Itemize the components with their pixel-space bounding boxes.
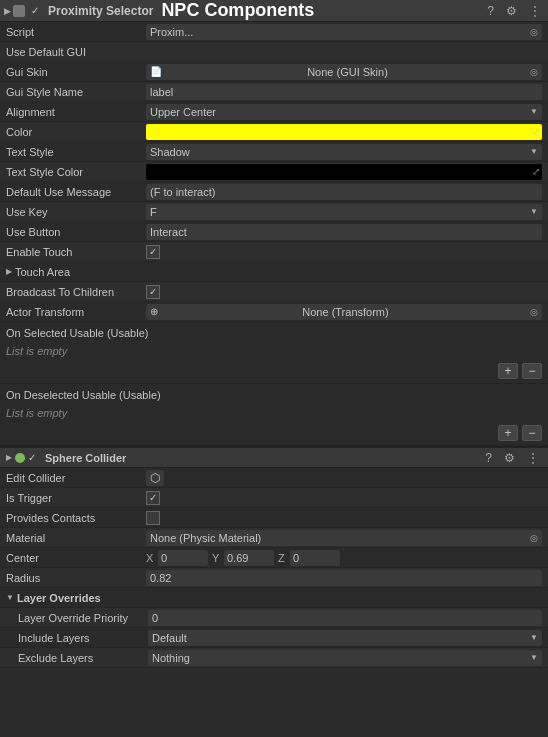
gui-skin-row: Gui Skin 📄 None (GUI Skin) ◎ (0, 62, 548, 82)
checkbox-proximity[interactable]: ✓ (31, 5, 39, 16)
on-deselected-remove-button[interactable]: − (522, 425, 542, 441)
use-key-value: F (150, 206, 157, 218)
sphere-help-icon[interactable]: ? (482, 450, 495, 466)
is-trigger-row: Is Trigger (0, 488, 548, 508)
use-button-label: Use Button (6, 226, 146, 238)
sphere-collider-header: ▶ ✓ Sphere Collider ? ⚙ ⋮ (0, 446, 548, 468)
layer-overrides-label: Layer Overrides (17, 592, 101, 604)
radius-label: Radius (6, 572, 146, 584)
include-layers-label: Include Layers (18, 632, 148, 644)
script-row: Script Proxim... ◎ (0, 22, 548, 42)
gui-style-name-row: Gui Style Name (0, 82, 548, 102)
use-key-dropdown[interactable]: F ▼ (146, 204, 542, 220)
text-style-row: Text Style Shadow ▼ (0, 142, 548, 162)
edit-collider-label: Edit Collider (6, 472, 146, 484)
material-field[interactable]: None (Physic Material) ◎ (146, 530, 542, 546)
layer-overrides-triangle[interactable]: ▼ (6, 593, 14, 602)
sphere-settings-icon[interactable]: ⚙ (501, 450, 518, 466)
sphere-collapse-icon[interactable]: ▶ (6, 453, 12, 462)
center-z-key: Z (278, 552, 288, 564)
enable-touch-label: Enable Touch (6, 246, 146, 258)
center-x-input[interactable] (158, 550, 208, 566)
alignment-arrow: ▼ (530, 107, 538, 116)
layer-override-priority-input[interactable] (148, 610, 542, 626)
on-selected-add-button[interactable]: + (498, 363, 518, 379)
gui-skin-label: Gui Skin (6, 66, 146, 78)
on-deselected-add-button[interactable]: + (498, 425, 518, 441)
use-button-input[interactable] (146, 224, 542, 240)
script-field[interactable]: Proxim... ◎ (146, 24, 542, 40)
gui-skin-picker-icon[interactable]: ◎ (530, 67, 538, 77)
on-selected-header: On Selected Usable (Usable) (6, 324, 542, 341)
edit-collider-icon: ⬡ (150, 471, 160, 485)
text-style-dropdown[interactable]: Shadow ▼ (146, 144, 542, 160)
collapse-icon[interactable]: ▶ (4, 6, 11, 16)
is-trigger-checkbox[interactable] (146, 491, 160, 505)
center-row: Center X Y Z (0, 548, 548, 568)
on-deselected-buttons: + − (6, 423, 542, 443)
exclude-layers-arrow: ▼ (530, 653, 538, 662)
sphere-dot (15, 453, 25, 463)
color-pick-icon[interactable]: ⤢ (532, 126, 540, 137)
color-picker-yellow[interactable]: ⤢ (146, 124, 542, 140)
sphere-menu-icon[interactable]: ⋮ (524, 450, 542, 466)
on-deselected-section: On Deselected Usable (Usable) List is em… (0, 384, 548, 446)
on-deselected-empty: List is empty (6, 403, 542, 423)
center-x-item: X (146, 550, 208, 566)
layer-override-priority-row: Layer Override Priority (0, 608, 548, 628)
on-deselected-header: On Deselected Usable (Usable) (6, 386, 542, 403)
exclude-layers-dropdown[interactable]: Nothing ▼ (148, 650, 542, 666)
gui-skin-field[interactable]: 📄 None (GUI Skin) ◎ (146, 64, 542, 80)
material-value: None (Physic Material) (150, 532, 261, 544)
gui-style-name-label: Gui Style Name (6, 86, 146, 98)
enable-touch-checkbox[interactable] (146, 245, 160, 259)
text-style-color-pick-icon[interactable]: ⤢ (532, 166, 540, 177)
radius-row: Radius (0, 568, 548, 588)
sphere-checkbox[interactable]: ✓ (28, 452, 36, 463)
center-z-input[interactable] (290, 550, 340, 566)
actor-transform-value: None (Transform) (302, 306, 388, 318)
npc-components-title: NPC Components (161, 0, 314, 21)
touch-area-triangle[interactable]: ▶ (6, 267, 12, 276)
center-y-input[interactable] (224, 550, 274, 566)
broadcast-to-children-row: Broadcast To Children (0, 282, 548, 302)
broadcast-to-children-checkbox[interactable] (146, 285, 160, 299)
center-y-key: Y (212, 552, 222, 564)
default-use-message-input[interactable] (146, 184, 542, 200)
gui-style-name-input[interactable] (146, 84, 542, 100)
menu-icon[interactable]: ⋮ (526, 3, 544, 19)
touch-area-header: ▶ Touch Area (0, 262, 548, 282)
use-default-gui-label: Use Default GUI (6, 46, 146, 58)
on-selected-section: On Selected Usable (Usable) List is empt… (0, 322, 548, 384)
use-key-row: Use Key F ▼ (0, 202, 548, 222)
touch-area-label: Touch Area (15, 266, 70, 278)
edit-collider-button[interactable]: ⬡ (146, 470, 164, 486)
radius-input[interactable] (146, 570, 542, 586)
color-label: Color (6, 126, 146, 138)
alignment-label: Alignment (6, 106, 146, 118)
color-picker-black[interactable]: ⤢ (146, 164, 542, 180)
component-dot (13, 5, 25, 17)
script-picker-icon[interactable]: ◎ (530, 27, 538, 37)
layer-override-priority-label: Layer Override Priority (18, 612, 148, 624)
settings-icon[interactable]: ⚙ (503, 3, 520, 19)
include-layers-arrow: ▼ (530, 633, 538, 642)
include-layers-dropdown[interactable]: Default ▼ (148, 630, 542, 646)
material-picker-icon[interactable]: ◎ (530, 533, 538, 543)
alignment-dropdown[interactable]: Upper Center ▼ (146, 104, 542, 120)
color-row: Color ⤢ (0, 122, 548, 142)
exclude-layers-row: Exclude Layers Nothing ▼ (0, 648, 548, 668)
actor-transform-label: Actor Transform (6, 306, 146, 318)
on-selected-empty: List is empty (6, 341, 542, 361)
provides-contacts-checkbox[interactable] (146, 511, 160, 525)
use-key-arrow: ▼ (530, 207, 538, 216)
on-selected-remove-button[interactable]: − (522, 363, 542, 379)
actor-transform-picker-icon[interactable]: ◎ (530, 307, 538, 317)
use-key-label: Use Key (6, 206, 146, 218)
help-icon[interactable]: ? (484, 3, 497, 19)
actor-transform-field[interactable]: ⊕ None (Transform) ◎ (146, 304, 542, 320)
is-trigger-label: Is Trigger (6, 492, 146, 504)
include-layers-row: Include Layers Default ▼ (0, 628, 548, 648)
layer-overrides-header: ▼ Layer Overrides (0, 588, 548, 608)
material-label: Material (6, 532, 146, 544)
